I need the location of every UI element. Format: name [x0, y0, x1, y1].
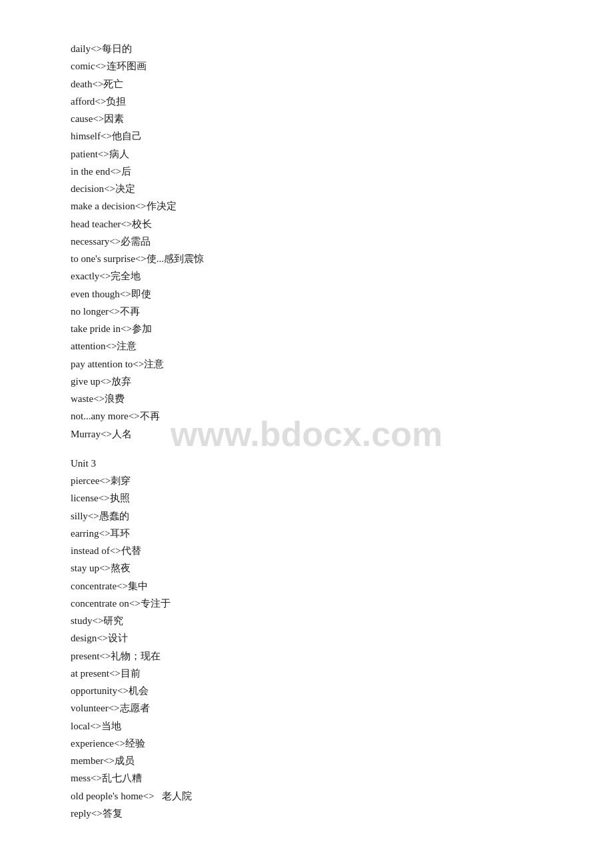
vocab-item: take pride in<>参加 — [71, 320, 542, 337]
vocabulary-list: daily<>每日的comic<>连环图画death<>死亡afford<>负担… — [71, 40, 542, 822]
vocab-item: himself<>他自己 — [71, 127, 542, 145]
vocab-item: exactly<>完全地 — [71, 267, 542, 285]
vocab-item: cause<>因素 — [71, 110, 542, 127]
unit3-vocab-section: piercee<>刺穿license<>执照silly<>愚蠢的earring<… — [71, 472, 542, 822]
vocab-item: earring<>耳环 — [71, 525, 542, 542]
vocab-item: head teacher<>校长 — [71, 215, 542, 233]
unit3-label: Unit 3 — [71, 455, 542, 472]
vocab-item: not...any more<>不再 — [71, 407, 542, 425]
vocab-item: at present<>目前 — [71, 665, 542, 682]
vocab-item: study<>研究 — [71, 612, 542, 629]
vocab-item: instead of<>代替 — [71, 542, 542, 559]
vocab-item: volunteer<>志愿者 — [71, 699, 542, 717]
vocab-item: concentrate on<>专注于 — [71, 595, 542, 612]
vocab-item: license<>执照 — [71, 489, 542, 507]
vocab-item: attention<>注意 — [71, 337, 542, 355]
unit2-vocab-section: daily<>每日的comic<>连环图画death<>死亡afford<>负担… — [71, 40, 542, 443]
vocab-item: death<>死亡 — [71, 75, 542, 93]
vocab-item: pay attention to<>注意 — [71, 355, 542, 373]
section-gap — [71, 443, 542, 455]
vocab-item: present<>礼物；现在 — [71, 647, 542, 665]
vocab-item: mess<>乱七八糟 — [71, 769, 542, 787]
vocab-item: give up<>放弃 — [71, 373, 542, 390]
vocab-item: decision<>决定 — [71, 180, 542, 197]
vocab-item: patient<>病人 — [71, 145, 542, 163]
vocab-item: old people's home<> 老人院 — [71, 787, 542, 805]
vocab-item: piercee<>刺穿 — [71, 472, 542, 489]
vocab-item: design<>设计 — [71, 629, 542, 647]
vocab-item: experience<>经验 — [71, 735, 542, 752]
vocab-item: silly<>愚蠢的 — [71, 507, 542, 525]
vocab-item: necessary<>必需品 — [71, 233, 542, 250]
vocab-item: daily<>每日的 — [71, 40, 542, 57]
vocab-item: to one's surprise<>使...感到震惊 — [71, 250, 542, 267]
vocab-item: no longer<>不再 — [71, 303, 542, 320]
vocab-item: reply<>答复 — [71, 805, 542, 822]
vocab-item: afford<>负担 — [71, 93, 542, 110]
vocab-item: opportunity<>机会 — [71, 682, 542, 699]
vocab-item: concentrate<>集中 — [71, 577, 542, 595]
vocab-item: make a decision<>作决定 — [71, 197, 542, 215]
vocab-item: Murray<>人名 — [71, 425, 542, 443]
vocab-item: even though<>即使 — [71, 285, 542, 303]
vocab-item: in the end<>后 — [71, 163, 542, 180]
vocab-item: stay up<>熬夜 — [71, 559, 542, 577]
vocab-item: comic<>连环图画 — [71, 57, 542, 75]
vocab-item: member<>成员 — [71, 752, 542, 769]
vocab-item: waste<>浪费 — [71, 390, 542, 407]
vocab-item: local<>当地 — [71, 717, 542, 735]
